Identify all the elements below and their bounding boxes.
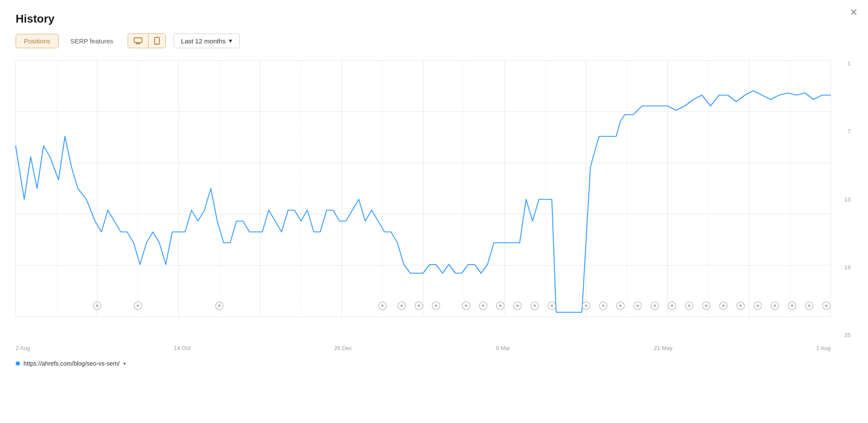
svg-point-60	[585, 304, 587, 307]
svg-point-82	[774, 304, 776, 307]
y-label-19: 19	[845, 264, 851, 271]
toolbar: Positions SERP features Last 12 months	[16, 33, 852, 48]
svg-point-36	[137, 304, 139, 307]
svg-point-34	[96, 304, 99, 307]
svg-point-72	[688, 304, 690, 307]
mobile-device-button[interactable]	[148, 34, 165, 48]
period-chevron: ▾	[229, 37, 232, 45]
svg-point-40	[381, 304, 384, 307]
svg-point-70	[671, 304, 673, 307]
svg-point-86	[808, 304, 811, 307]
x-label-dec26: 26 Dec	[334, 345, 352, 351]
chart-svg: .grid-h { stroke: #e0e4ec; stroke-width:…	[16, 60, 831, 317]
svg-point-38	[218, 304, 221, 307]
tab-positions[interactable]: Positions	[16, 34, 59, 48]
svg-point-52	[499, 304, 502, 307]
svg-point-76	[722, 304, 725, 307]
svg-point-48	[465, 304, 467, 307]
svg-point-42	[400, 304, 403, 307]
y-label-25: 25	[845, 332, 851, 338]
x-label-mar9: 9 Mar	[496, 345, 510, 351]
tab-serp-features[interactable]: SERP features	[62, 34, 122, 48]
device-toggle-group	[128, 33, 166, 48]
desktop-icon	[134, 37, 142, 44]
legend: https://ahrefs.com/blog/seo-vs-sem/ ▾	[16, 360, 852, 367]
page-title: History	[16, 12, 852, 26]
svg-point-62	[602, 304, 604, 307]
svg-point-44	[418, 304, 420, 307]
svg-point-64	[619, 304, 622, 307]
chart-area: .grid-h { stroke: #e0e4ec; stroke-width:…	[16, 60, 852, 356]
legend-dropdown-chevron[interactable]: ▾	[123, 361, 126, 367]
desktop-device-button[interactable]	[128, 34, 148, 47]
y-label-13: 13	[845, 196, 851, 203]
svg-point-58	[551, 304, 553, 307]
x-label-aug2: 2 Aug	[16, 345, 30, 351]
mobile-icon	[154, 37, 160, 45]
x-axis: 2 Aug 14 Oct 26 Dec 9 Mar 21 May 1 Aug	[16, 345, 831, 351]
svg-point-66	[636, 304, 639, 307]
svg-point-56	[533, 304, 536, 307]
svg-point-46	[435, 304, 437, 307]
svg-point-84	[791, 304, 793, 307]
svg-point-78	[739, 304, 742, 307]
legend-dot	[16, 361, 20, 366]
legend-url[interactable]: https://ahrefs.com/blog/seo-vs-sem/	[23, 360, 120, 367]
svg-point-54	[516, 304, 519, 307]
event-markers	[93, 302, 830, 310]
period-dropdown[interactable]: Last 12 months ▾	[174, 33, 240, 48]
x-label-aug1: 1 Aug	[816, 345, 831, 351]
x-label-may21: 21 May	[654, 345, 673, 351]
svg-point-5	[157, 43, 158, 44]
svg-rect-0	[134, 38, 142, 43]
svg-point-74	[705, 304, 708, 307]
period-label: Last 12 months	[181, 37, 226, 45]
close-button[interactable]: ✕	[850, 8, 858, 17]
svg-point-50	[482, 304, 485, 307]
y-axis: 1 7 13 19 25	[835, 60, 852, 338]
svg-point-88	[825, 304, 828, 307]
svg-point-68	[653, 304, 656, 307]
y-label-7: 7	[848, 128, 851, 135]
svg-point-80	[756, 304, 759, 307]
x-label-oct14: 14 Oct	[174, 345, 190, 351]
y-label-1: 1	[848, 60, 851, 67]
history-panel: ✕ History Positions SERP features	[0, 0, 868, 423]
